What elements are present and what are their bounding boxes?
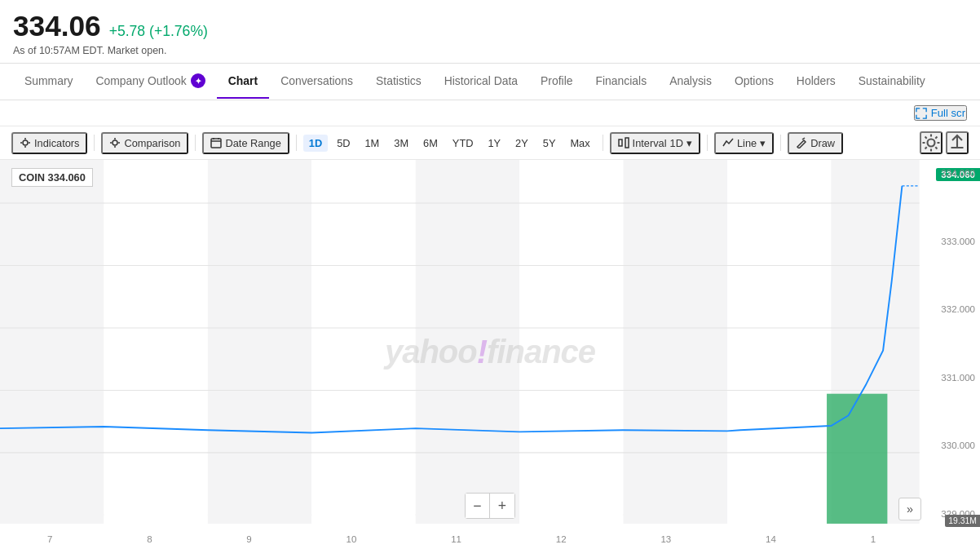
zoom-out-button[interactable]: − <box>466 494 490 518</box>
stock-price: 334.06 <box>13 10 101 42</box>
svg-rect-24 <box>0 160 104 524</box>
y-label-334: 334.000 <box>928 168 975 178</box>
divider-5 <box>707 135 708 151</box>
svg-point-0 <box>23 140 28 145</box>
company-outlook-icon: ✦ <box>191 73 205 88</box>
svg-rect-15 <box>625 138 629 148</box>
range-3m[interactable]: 3M <box>388 135 414 152</box>
indicators-button[interactable]: Indicators <box>11 132 87 154</box>
x-label-10: 10 <box>347 534 357 544</box>
svg-point-17 <box>928 139 935 147</box>
chart-toolbar: Indicators Comparison Date Range 1D 5D 1… <box>0 126 980 160</box>
range-1m[interactable]: 1M <box>360 135 386 152</box>
x-label-12: 12 <box>556 534 567 544</box>
interval-icon <box>618 137 629 148</box>
divider-4 <box>603 135 603 151</box>
tab-sustainability[interactable]: Sustainability <box>847 64 937 99</box>
volume-badge: 19.31M <box>945 515 980 527</box>
indicators-icon <box>20 137 31 148</box>
tab-profile[interactable]: Profile <box>529 64 584 99</box>
draw-icon <box>796 137 807 148</box>
chart-grid-svg <box>0 160 980 549</box>
comparison-label: Comparison <box>124 137 180 149</box>
divider-1 <box>94 135 95 151</box>
line-button[interactable]: Line ▾ <box>714 132 774 154</box>
chart-area: yahoo!finance COIN 334.060 334.060 334.0… <box>0 160 980 549</box>
tab-statistics[interactable]: Statistics <box>364 64 433 99</box>
svg-rect-30 <box>624 160 727 524</box>
fullscreen-bar: Full scr <box>0 100 980 126</box>
svg-rect-29 <box>519 160 623 524</box>
x-axis: 7 8 9 10 11 12 13 14 1 <box>0 527 923 549</box>
scroll-right-button[interactable]: » <box>898 498 921 520</box>
divider-6 <box>780 135 781 151</box>
share-icon <box>947 133 967 153</box>
line-label: Line <box>737 137 757 149</box>
y-label-330: 330.000 <box>928 441 975 450</box>
y-label-333: 333.000 <box>928 237 975 246</box>
svg-rect-28 <box>416 160 519 524</box>
line-chart-icon <box>722 137 734 148</box>
range-1y[interactable]: 1Y <box>482 135 506 152</box>
range-5y[interactable]: 5Y <box>537 135 562 152</box>
range-6m[interactable]: 6M <box>417 135 444 152</box>
comparison-icon <box>109 137 121 148</box>
fullscreen-icon <box>916 108 927 119</box>
price-row: 334.06 +5.78 (+1.76%) <box>13 10 967 42</box>
range-2y[interactable]: 2Y <box>510 135 534 152</box>
svg-rect-26 <box>208 160 311 524</box>
range-max[interactable]: Max <box>564 135 595 152</box>
svg-rect-38 <box>827 394 887 524</box>
tab-summary[interactable]: Summary <box>13 64 85 99</box>
svg-rect-25 <box>104 160 207 524</box>
interval-chevron: ▾ <box>686 137 692 149</box>
tab-company-outlook[interactable]: Company Outlook ✦ <box>85 64 217 100</box>
x-label-13: 13 <box>660 534 671 544</box>
svg-rect-10 <box>211 139 221 148</box>
ticker-label: COIN 334.060 <box>11 168 93 187</box>
svg-rect-14 <box>619 139 622 146</box>
y-axis: 334.000 333.000 332.000 331.000 330.000 … <box>923 160 980 527</box>
share-button[interactable] <box>946 131 969 154</box>
calendar-icon <box>210 137 222 148</box>
range-1d[interactable]: 1D <box>303 135 328 152</box>
interval-label: Interval <box>633 137 667 149</box>
gear-icon <box>921 133 941 153</box>
svg-point-5 <box>113 140 117 145</box>
tab-options[interactable]: Options <box>723 64 785 99</box>
tab-financials[interactable]: Financials <box>585 64 659 99</box>
x-label-1: 1 <box>871 534 876 544</box>
tab-chart[interactable]: Chart <box>217 64 269 99</box>
company-outlook-label: Company Outlook <box>96 74 187 87</box>
svg-rect-31 <box>727 160 831 524</box>
indicators-label: Indicators <box>34 137 79 149</box>
date-range-button[interactable]: Date Range <box>202 132 289 154</box>
zoom-in-button[interactable]: + <box>490 494 514 518</box>
x-label-14: 14 <box>766 534 776 544</box>
y-label-332: 332.000 <box>928 304 975 314</box>
x-label-9: 9 <box>246 534 251 544</box>
market-status: As of 10:57AM EDT. Market open. <box>13 45 967 56</box>
header-section: 334.06 +5.78 (+1.76%) As of 10:57AM EDT.… <box>0 0 980 64</box>
range-ytd[interactable]: YTD <box>447 135 479 152</box>
interval-button[interactable]: Interval 1D ▾ <box>610 132 700 154</box>
range-5d[interactable]: 5D <box>331 135 355 152</box>
tab-analysis[interactable]: Analysis <box>658 64 723 99</box>
comparison-button[interactable]: Comparison <box>101 132 188 154</box>
fullscreen-button[interactable]: Full scr <box>914 105 967 121</box>
tab-historical-data[interactable]: Historical Data <box>433 64 529 99</box>
svg-line-16 <box>802 138 805 139</box>
draw-label: Draw <box>810 137 835 149</box>
x-label-8: 8 <box>147 534 152 544</box>
interval-value: 1D <box>670 137 683 149</box>
zoom-controls: − + <box>465 493 515 519</box>
tab-holders[interactable]: Holders <box>785 64 847 99</box>
draw-button[interactable]: Draw <box>788 132 843 154</box>
settings-button[interactable] <box>920 131 942 154</box>
x-label-11: 11 <box>451 534 461 544</box>
svg-rect-27 <box>311 160 415 524</box>
tab-conversations[interactable]: Conversations <box>269 64 364 99</box>
nav-tabs: Summary Company Outlook ✦ Chart Conversa… <box>0 64 980 100</box>
divider-3 <box>296 135 297 151</box>
x-label-7: 7 <box>47 534 52 544</box>
